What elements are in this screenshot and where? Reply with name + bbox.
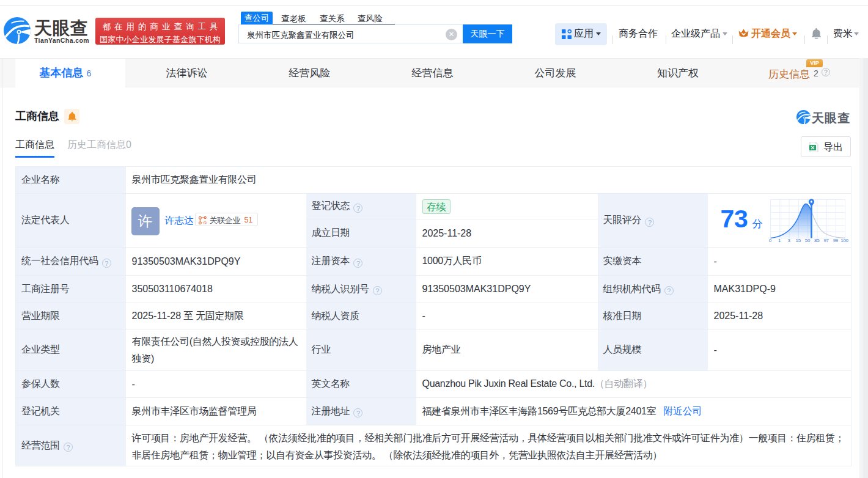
svg-text:企: 企 (202, 220, 207, 224)
